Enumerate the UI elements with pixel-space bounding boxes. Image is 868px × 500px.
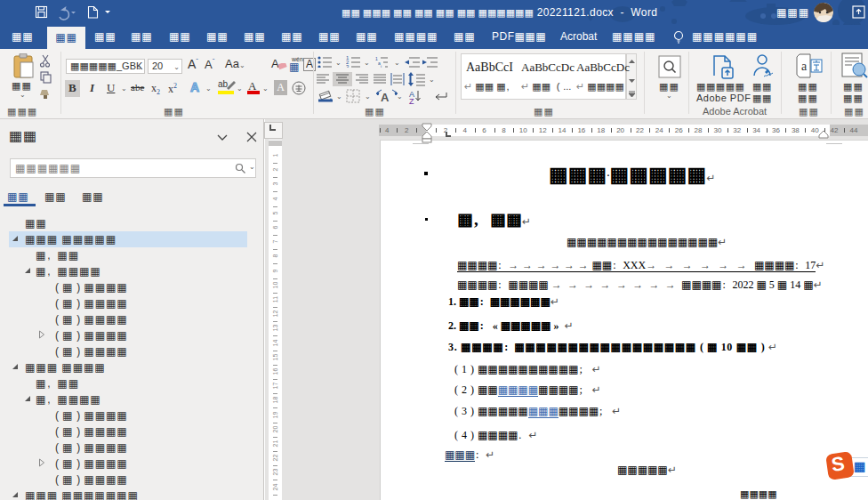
svg-text:i: i xyxy=(381,64,382,68)
svg-text:Z: Z xyxy=(409,97,414,105)
svg-text:3: 3 xyxy=(346,64,350,68)
svg-text:a: a xyxy=(801,60,808,73)
svg-text:A: A xyxy=(381,91,390,104)
